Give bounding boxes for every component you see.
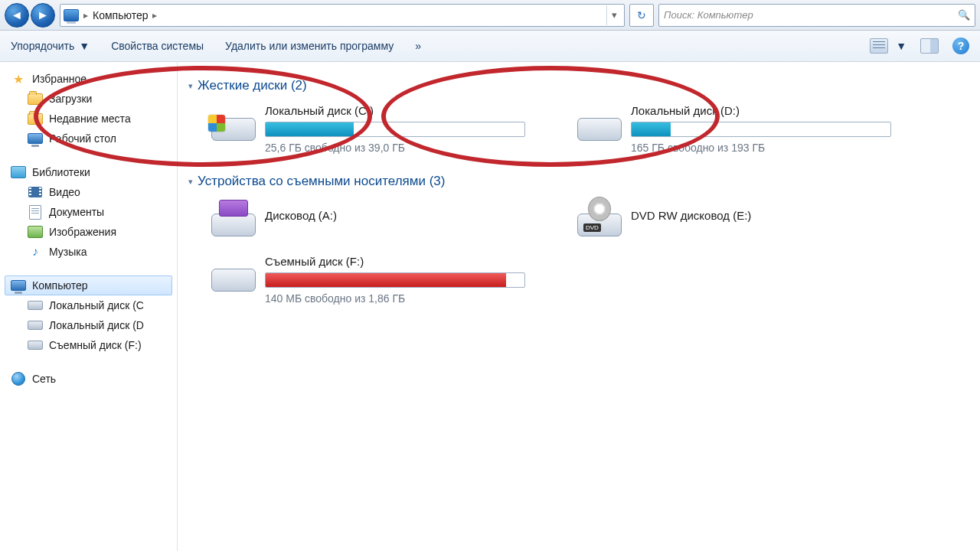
drive-icon (28, 301, 43, 310)
section-removable[interactable]: ▾ Устройства со съемными носителями (3) (188, 174, 969, 189)
address-bar-row: ◄ ► ▸ Компьютер ▸ ▾ ↻ Поиск: Компьютер 🔍 (0, 0, 980, 31)
uninstall-program-button[interactable]: Удалить или изменить программу (225, 40, 394, 52)
video-icon (28, 187, 42, 197)
refresh-button[interactable]: ↻ (629, 4, 654, 27)
sidebar-item-videos[interactable]: Видео (5, 182, 172, 202)
sidebar-libraries-header[interactable]: Библиотеки (5, 162, 172, 182)
document-icon (29, 205, 41, 220)
sidebar-item-drive-f[interactable]: Съемный диск (F:) (5, 335, 172, 355)
search-icon: 🔍 (958, 9, 970, 21)
search-placeholder: Поиск: Компьютер (664, 9, 753, 21)
drive-d-fill (632, 122, 671, 136)
drive-view: ▾ Жесткие диски (2) Локальный диск (С:) … (178, 61, 980, 551)
sidebar-item-downloads[interactable]: Загрузки (5, 89, 172, 109)
drive-a-title: Дисковод (A:) (265, 209, 525, 222)
back-button[interactable]: ◄ (5, 3, 29, 28)
collapse-icon: ▾ (188, 81, 193, 91)
folder-icon (28, 113, 43, 125)
computer-icon (11, 280, 26, 291)
collapse-icon: ▾ (188, 177, 193, 187)
sidebar-favorites-header[interactable]: ★Избранное (5, 69, 172, 89)
sidebar-item-desktop[interactable]: Рабочий стол (5, 129, 172, 148)
hard-drive-icon (211, 104, 256, 141)
chevron-right-icon: ▸ (152, 10, 157, 21)
drive-e[interactable]: DVD DVD RW дисковод (E:) (577, 200, 891, 236)
address-bar[interactable]: ▸ Компьютер ▸ ▾ (60, 4, 625, 27)
network-icon (11, 372, 25, 386)
organize-menu[interactable]: Упорядочить ▼ (11, 40, 90, 52)
drive-f-fill (266, 273, 506, 287)
star-icon: ★ (13, 72, 24, 86)
drive-f-usage-bar (265, 272, 525, 288)
explorer-window: ◄ ► ▸ Компьютер ▸ ▾ ↻ Поиск: Компьютер 🔍… (0, 0, 980, 551)
drive-f-title: Съемный диск (F:) (265, 255, 525, 268)
dvd-drive-icon: DVD (577, 200, 622, 236)
chevron-right-icon: ▸ (83, 10, 88, 21)
drive-c-title: Локальный диск (С:) (265, 104, 525, 117)
libraries-icon (11, 166, 26, 178)
drive-c-subtext: 25,6 ГБ свободно из 39,0 ГБ (265, 142, 525, 154)
drive-f[interactable]: Съемный диск (F:) 140 МБ свободно из 1,8… (211, 255, 525, 305)
toolbar-overflow[interactable]: » (415, 40, 421, 52)
music-icon: ♪ (32, 245, 38, 259)
help-button[interactable]: ? (952, 37, 969, 54)
dvd-label: DVD (583, 223, 601, 232)
drive-c[interactable]: Локальный диск (С:) 25,6 ГБ свободно из … (211, 104, 525, 154)
sidebar-item-drive-d[interactable]: Локальный диск (D (5, 315, 172, 335)
removable-drive-icon (211, 255, 256, 292)
drive-c-fill (266, 122, 354, 136)
organize-label: Упорядочить (11, 40, 74, 52)
sidebar-item-pictures[interactable]: Изображения (5, 222, 172, 242)
sidebar-item-drive-c[interactable]: Локальный диск (С (5, 295, 172, 315)
command-toolbar: Упорядочить ▼ Свойства системы Удалить и… (0, 31, 980, 62)
drive-d-subtext: 165 ГБ свободно из 193 ГБ (631, 142, 891, 154)
dropdown-icon: ▼ (79, 40, 90, 52)
drive-d-title: Локальный диск (D:) (631, 104, 891, 117)
sidebar-computer-header[interactable]: Компьютер (5, 276, 172, 295)
drive-a[interactable]: Дисковод (A:) (211, 200, 525, 236)
folder-icon (28, 93, 43, 105)
drive-f-subtext: 140 МБ свободно из 1,86 ГБ (265, 292, 525, 305)
desktop-icon (28, 133, 43, 144)
sidebar-network-header[interactable]: Сеть (5, 369, 172, 389)
drive-icon (28, 321, 43, 330)
hard-drive-icon (577, 104, 622, 141)
picture-icon (28, 226, 43, 238)
sidebar-item-documents[interactable]: Документы (5, 202, 172, 222)
nav-buttons: ◄ ► (5, 3, 55, 28)
view-icon (870, 38, 888, 54)
drive-d-usage-bar (631, 122, 891, 137)
drive-d[interactable]: Локальный диск (D:) 165 ГБ свободно из 1… (577, 104, 891, 154)
view-options-button[interactable]: ▼ (870, 38, 906, 54)
drive-c-usage-bar (265, 122, 525, 137)
windows-badge-icon (208, 115, 225, 132)
drive-icon (28, 341, 43, 350)
floppy-drive-icon (211, 200, 256, 236)
computer-icon (64, 9, 79, 21)
sidebar-item-music[interactable]: ♪Музыка (5, 242, 172, 262)
breadcrumb-computer[interactable]: Компьютер (93, 9, 148, 21)
search-input[interactable]: Поиск: Компьютер 🔍 (658, 4, 975, 27)
preview-pane-button[interactable] (920, 38, 939, 54)
address-dropdown[interactable]: ▾ (606, 5, 621, 25)
section-hard-drives[interactable]: ▾ Жесткие диски (2) (188, 78, 969, 93)
forward-button[interactable]: ► (31, 3, 55, 28)
system-properties-button[interactable]: Свойства системы (111, 40, 204, 52)
sidebar-item-recent[interactable]: Недавние места (5, 109, 172, 129)
drive-e-title: DVD RW дисковод (E:) (631, 209, 891, 222)
navigation-pane: ★Избранное Загрузки Недавние места Рабоч… (0, 61, 178, 551)
